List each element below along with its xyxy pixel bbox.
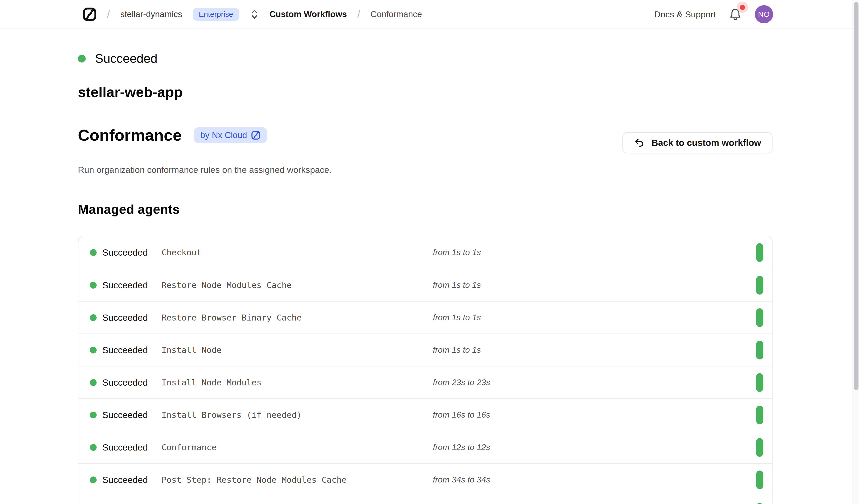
step-success-dot — [90, 347, 96, 353]
unread-indicator-dot — [740, 5, 745, 10]
managed-agents-list: Succeeded Checkout from 1s to 1s Succeed… — [78, 236, 772, 504]
breadcrumb: / stellar-dynamics Enterprise Custom Wor… — [82, 7, 422, 21]
step-status-label: Succeeded — [102, 345, 162, 355]
by-nx-cloud-badge[interactable]: by Nx Cloud — [194, 127, 268, 143]
nx-logo-icon — [251, 131, 260, 140]
step-success-dot — [90, 412, 96, 418]
chevron-up-down-icon[interactable] — [250, 8, 259, 20]
step-status-label: Succeeded — [102, 312, 162, 323]
agent-step-row[interactable]: Succeeded Restore Node Modules Cache fro… — [78, 269, 772, 301]
workspace-title: stellar-web-app — [78, 84, 853, 101]
workflow-header: Conformance by Nx Cloud Back to custom w… — [78, 126, 853, 153]
step-timeline-bar[interactable] — [756, 471, 763, 489]
step-duration: from 16s to 16s — [433, 410, 490, 419]
step-success-dot — [90, 314, 96, 321]
nx-cloud-logo-icon[interactable] — [82, 7, 96, 21]
docs-support-link[interactable]: Docs & Support — [654, 9, 716, 19]
agent-step-row[interactable]: Succeeded Post Step: Restore Node Module… — [78, 463, 772, 496]
step-status-label: Succeeded — [102, 377, 162, 388]
by-nx-cloud-label: by Nx Cloud — [200, 130, 247, 140]
step-name: Checkout — [162, 248, 433, 257]
workflow-title: Conformance — [78, 126, 182, 144]
agent-step-row[interactable]: Succeeded Install Browsers (if needed) f… — [78, 398, 772, 431]
step-status-label: Succeeded — [102, 475, 162, 485]
step-name: Install Browsers (if needed) — [162, 410, 433, 420]
navbar-actions: Docs & Support NO — [654, 5, 773, 24]
step-status-label: Succeeded — [102, 410, 162, 420]
step-duration: from 12s to 12s — [433, 443, 490, 452]
scrollbar-thumb[interactable] — [854, 2, 858, 390]
step-name: Conformance — [162, 443, 433, 452]
step-success-dot — [90, 379, 96, 386]
step-timeline-bar[interactable] — [756, 503, 763, 504]
step-name: Restore Browser Binary Cache — [162, 313, 433, 323]
step-duration: from 1s to 1s — [433, 280, 481, 290]
step-timeline-bar[interactable] — [756, 276, 763, 294]
agent-step-row[interactable]: Succeeded Checkout from 1s to 1s — [78, 236, 772, 269]
step-success-dot — [90, 476, 96, 483]
step-timeline-bar[interactable] — [756, 438, 763, 457]
agent-step-row[interactable]: Succeeded Post Step: Restore Browser Bin… — [78, 496, 772, 504]
breadcrumb-section[interactable]: Custom Workflows — [270, 9, 347, 19]
breadcrumb-separator: / — [107, 9, 110, 20]
step-timeline-bar[interactable] — [756, 341, 763, 360]
step-success-dot — [90, 444, 96, 451]
plan-badge: Enterprise — [193, 8, 239, 21]
step-status-label: Succeeded — [102, 247, 162, 258]
step-timeline-bar[interactable] — [756, 243, 763, 262]
success-dot — [78, 55, 86, 63]
back-to-custom-workflow-button[interactable]: Back to custom workflow — [622, 132, 772, 153]
agent-step-row[interactable]: Succeeded Restore Browser Binary Cache f… — [78, 301, 772, 334]
agent-step-row[interactable]: Succeeded Conformance from 12s to 12s — [78, 431, 772, 463]
run-status: Succeeded — [78, 51, 853, 66]
step-duration: from 1s to 1s — [433, 345, 481, 355]
top-navbar: / stellar-dynamics Enterprise Custom Wor… — [0, 0, 853, 29]
bell-icon — [729, 8, 741, 21]
back-button-label: Back to custom workflow — [651, 138, 761, 148]
step-duration: from 1s to 1s — [433, 248, 481, 257]
step-status-label: Succeeded — [102, 280, 162, 290]
step-timeline-bar[interactable] — [756, 308, 763, 327]
step-timeline-bar[interactable] — [756, 373, 763, 392]
step-duration: from 1s to 1s — [433, 313, 481, 322]
step-success-dot — [90, 249, 96, 256]
run-status-label: Succeeded — [95, 51, 157, 66]
managed-agents-title: Managed agents — [78, 202, 853, 217]
page: / stellar-dynamics Enterprise Custom Wor… — [0, 0, 853, 504]
workflow-description: Run organization conformance rules on th… — [78, 165, 853, 175]
breadcrumb-separator: / — [357, 9, 360, 20]
breadcrumb-org[interactable]: stellar-dynamics — [120, 9, 182, 19]
agent-step-row[interactable]: Succeeded Install Node from 1s to 1s — [78, 334, 772, 366]
step-duration: from 23s to 23s — [433, 378, 490, 387]
step-name: Install Node — [162, 345, 433, 355]
scrollbar-track[interactable] — [853, 0, 859, 504]
step-timeline-bar[interactable] — [756, 406, 763, 424]
step-success-dot — [90, 282, 96, 289]
breadcrumb-page: Conformance — [371, 9, 422, 19]
step-duration: from 34s to 34s — [433, 475, 490, 485]
arrow-uturn-left-icon — [634, 137, 645, 148]
step-name: Restore Node Modules Cache — [162, 280, 433, 290]
user-avatar[interactable]: NO — [755, 5, 773, 24]
step-name: Install Node Modules — [162, 378, 433, 387]
step-name: Post Step: Restore Node Modules Cache — [162, 475, 433, 485]
notifications-button[interactable] — [729, 8, 741, 21]
step-status-label: Succeeded — [102, 442, 162, 453]
agent-step-row[interactable]: Succeeded Install Node Modules from 23s … — [78, 366, 772, 398]
main-content: Succeeded stellar-web-app Conformance by… — [0, 51, 853, 504]
